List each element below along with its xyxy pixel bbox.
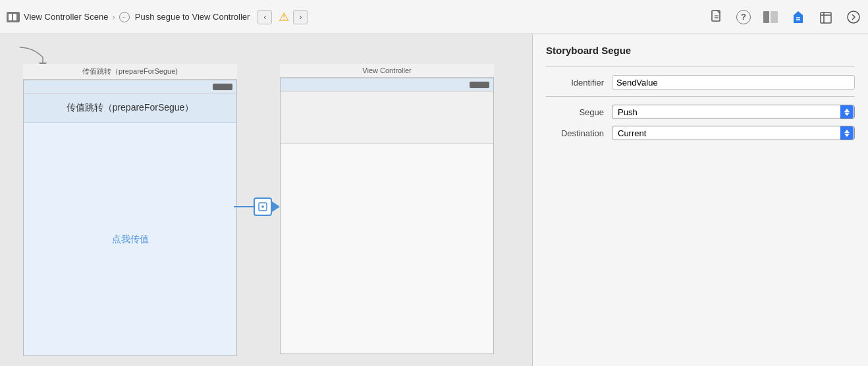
breadcrumb: View Controller Scene › ← Push segue to …	[7, 10, 709, 24]
right-status-indicator	[470, 82, 489, 88]
new-file-icon[interactable]	[709, 9, 724, 25]
warning-icon: ⚠	[279, 10, 289, 24]
nav-back-button[interactable]: ‹	[258, 10, 272, 24]
right-vc-title-bar: View Controller	[280, 64, 494, 78]
svg-point-13	[848, 11, 859, 23]
nav-forward-button[interactable]: ›	[293, 10, 308, 24]
inspector-icon[interactable]	[790, 9, 806, 25]
left-vc-body-text[interactable]: 点我传值	[112, 234, 149, 246]
destination-row: Destination Current Other	[546, 126, 855, 140]
storyboard-icon	[7, 12, 20, 22]
right-vc-box[interactable]	[280, 78, 494, 354]
library-icon[interactable]	[818, 9, 834, 25]
divider-1	[546, 66, 855, 67]
segue-select-arrows	[840, 105, 854, 118]
right-vc-body	[281, 144, 493, 353]
destination-select-arrows	[840, 126, 854, 140]
segue-label: Segue	[546, 107, 612, 117]
left-vc-box[interactable]: 传值跳转（prepareForSegue） 点我传值	[23, 80, 237, 356]
destination-arrow-down	[844, 134, 850, 137]
right-vc-header	[281, 92, 493, 144]
divider-2	[546, 96, 855, 97]
segue-arrow-head	[272, 201, 280, 212]
identifier-label: Identifier	[546, 78, 612, 88]
panel-content: Storyboard Segue Identifier Segue Push M…	[533, 34, 868, 157]
nav-buttons: ‹ ⚠ ›	[258, 10, 308, 24]
svg-rect-10	[821, 13, 831, 23]
segue-arrow-up	[844, 109, 850, 112]
svg-rect-1	[13, 14, 16, 20]
left-vc-scene: 传值跳转（prepareForSegue) 传值跳转（prepareForSeg…	[23, 64, 237, 356]
identifier-row: Identifier	[546, 75, 855, 90]
svg-rect-6	[771, 11, 778, 23]
scene-label: View Controller Scene	[24, 12, 108, 22]
destination-select-wrapper: Current Other	[612, 126, 855, 140]
toolbar: View Controller Scene › ← Push segue to …	[0, 0, 868, 34]
left-vc-header-text: 传值跳转（prepareForSegue）	[67, 102, 194, 114]
destination-arrow-up	[844, 130, 850, 133]
segue-connector	[234, 197, 280, 216]
toolbar-right: ?	[709, 9, 861, 25]
left-vc-title-bar: 传值跳转（prepareForSegue)	[23, 64, 237, 80]
segue-select-wrapper: Push Modal Popover Replace Custom	[612, 105, 855, 119]
right-vc-status-bar	[281, 78, 493, 92]
right-vc-scene: View Controller	[280, 64, 494, 354]
destination-select[interactable]: Current Other	[612, 126, 855, 140]
breadcrumb-chevron-1: ›	[112, 12, 115, 22]
left-vc-status-bar	[24, 80, 236, 93]
left-vc-header: 传值跳转（prepareForSegue）	[24, 93, 236, 123]
canvas: 传值跳转（prepareForSegue) 传值跳转（prepareForSeg…	[0, 34, 532, 366]
svg-rect-5	[763, 11, 769, 23]
segue-line-left	[234, 206, 254, 207]
svg-rect-0	[9, 14, 12, 20]
segue-row: Segue Push Modal Popover Replace Custom	[546, 105, 855, 119]
editor-layout-icon[interactable]	[763, 9, 778, 25]
segue-breadcrumb-icon: ←	[119, 12, 130, 22]
status-bar-indicator	[213, 84, 232, 90]
identifier-input[interactable]	[612, 75, 855, 90]
segue-arrow-down	[844, 113, 850, 116]
segue-icon[interactable]	[254, 197, 272, 216]
main-content: 传值跳转（prepareForSegue) 传值跳转（prepareForSeg…	[0, 34, 868, 366]
panel-title: Storyboard Segue	[546, 45, 855, 56]
segue-label: Push segue to View Controller	[135, 12, 250, 22]
destination-label: Destination	[546, 128, 612, 138]
left-vc-body: 点我传值	[24, 123, 236, 355]
forward-nav-icon[interactable]	[846, 9, 861, 25]
segue-select[interactable]: Push Modal Popover Replace Custom	[612, 105, 855, 119]
right-inspector-panel: Storyboard Segue Identifier Segue Push M…	[532, 34, 868, 366]
help-icon[interactable]: ?	[736, 10, 751, 24]
svg-marker-7	[794, 11, 803, 23]
